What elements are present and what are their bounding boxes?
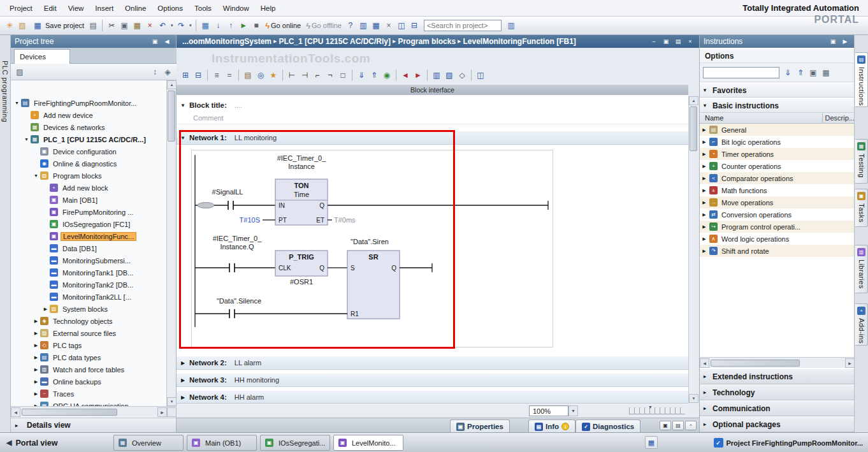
close-window-icon[interactable]: × bbox=[685, 37, 695, 46]
tree-expander-icon[interactable]: ▼ bbox=[13, 101, 20, 105]
paste-icon[interactable]: ▦ bbox=[131, 20, 143, 32]
row-expander-icon[interactable]: ▶ bbox=[700, 152, 709, 157]
scroll-left-icon[interactable]: ◀ bbox=[11, 407, 20, 417]
pt-value[interactable]: T#10S bbox=[240, 216, 260, 224]
network-4-header[interactable]: ▶ Network 4: HH alarm bbox=[177, 390, 688, 404]
absolute-operands-icon[interactable]: ▤ bbox=[242, 69, 254, 82]
block-interface-bar[interactable]: Block interface bbox=[177, 85, 688, 95]
tree-item[interactable]: ▼▨Program blocks bbox=[11, 170, 166, 182]
upload-block-icon[interactable]: ⇑ bbox=[368, 69, 380, 82]
instruction-item[interactable]: ▶∧Word logic operations bbox=[700, 233, 855, 245]
download-to-device-icon[interactable]: ↓ bbox=[212, 20, 224, 32]
float-panel-icon[interactable]: ▣ bbox=[828, 37, 838, 46]
block-call-options-icon[interactable]: ▧ bbox=[443, 69, 456, 82]
side-tab-testing[interactable]: ▦Testing bbox=[855, 139, 868, 184]
tree-item[interactable]: ▬MonitoringTank2 [DB... bbox=[11, 279, 166, 291]
menu-item-options[interactable]: Options bbox=[152, 2, 189, 15]
expand-icon[interactable]: ▶ bbox=[177, 377, 189, 383]
instruction-item[interactable]: ▶⇄Conversion operations bbox=[700, 208, 855, 221]
menu-item-window[interactable]: Window bbox=[217, 2, 255, 15]
show-favorites-icon[interactable]: ▥ bbox=[430, 69, 443, 82]
collapse-panel-icon[interactable]: ◀ bbox=[162, 37, 172, 46]
monitoring-toggle-icon[interactable]: ◉ bbox=[380, 69, 393, 82]
tab-devices[interactable]: Devices bbox=[14, 49, 70, 64]
tree-item[interactable]: ▶▥Watch and force tables bbox=[11, 363, 166, 375]
details-view-bar[interactable]: ▸ Details view bbox=[11, 418, 177, 432]
section-basic-instructions[interactable]: ▾ Basic instructions bbox=[700, 99, 855, 113]
instruction-item[interactable]: ▶↷Shift and rotate bbox=[700, 245, 855, 257]
taskbar-task[interactable]: ▣LevelMonito... bbox=[333, 435, 403, 451]
section-technology[interactable]: ▸Technology bbox=[700, 384, 855, 400]
row-expander-icon[interactable]: ▶ bbox=[700, 188, 709, 193]
instruction-item[interactable]: ▶→Move operations bbox=[700, 196, 855, 208]
network-title[interactable]: HH alarm bbox=[235, 393, 264, 401]
menu-item-insert[interactable]: Insert bbox=[89, 2, 119, 15]
float-panel-icon[interactable]: ▣ bbox=[807, 66, 820, 78]
cross-references-icon[interactable]: × bbox=[382, 20, 395, 32]
row-expander-icon[interactable]: ▶ bbox=[700, 128, 709, 133]
instruction-item[interactable]: ▶◔Timer operations bbox=[700, 148, 855, 160]
stop-cpu-icon[interactable]: ■ bbox=[250, 20, 263, 32]
side-tab-tasks[interactable]: ▣Tasks bbox=[855, 189, 868, 227]
restore-window-icon[interactable]: ▣ bbox=[661, 37, 671, 46]
tree-item[interactable]: ▶◈Technology objects bbox=[11, 315, 166, 327]
taskbar-task[interactable]: ▦Overview bbox=[113, 435, 184, 451]
zoom-slider[interactable] bbox=[629, 407, 685, 414]
tree-item[interactable]: ◉Online & diagnostics bbox=[11, 157, 166, 170]
tree-expander-icon[interactable]: ▶ bbox=[33, 355, 40, 360]
dock-window-icon[interactable]: ▤ bbox=[673, 37, 683, 46]
sort-ascending-icon[interactable]: ⇑ bbox=[794, 66, 807, 78]
insert-empty-box-icon[interactable]: □ bbox=[336, 69, 349, 82]
zoom-select[interactable]: 100% bbox=[529, 405, 568, 416]
open-all-networks-icon[interactable]: ≡ bbox=[210, 69, 223, 82]
ladder-network-1[interactable]: #SignalLL #IEC_Timer_0_ Instance TON Tim… bbox=[191, 150, 553, 347]
device-info-icon[interactable]: ▦ bbox=[370, 20, 382, 32]
tree-item[interactable]: ▦Devices & networks bbox=[11, 121, 166, 133]
scroll-right-icon[interactable]: ▶ bbox=[157, 407, 167, 417]
start-cpu-icon[interactable]: ► bbox=[237, 20, 250, 32]
open-project-icon[interactable]: ▨ bbox=[16, 20, 29, 32]
breadcrumb-program-blocks[interactable]: Program blocks bbox=[398, 37, 456, 46]
go-online-button[interactable]: ϟGo online bbox=[263, 21, 303, 31]
close-branch-icon[interactable]: ¬ bbox=[324, 69, 336, 82]
instructions-horizontal-scrollbar[interactable]: ◀ ▶ bbox=[700, 357, 855, 368]
tree-item[interactable]: ▬MonitoringTank1 [DB... bbox=[11, 266, 166, 279]
show-all-icon[interactable]: ▥ bbox=[505, 20, 517, 32]
instruction-item[interactable]: ▶<Comparator operations bbox=[700, 172, 855, 184]
contact-label[interactable]: #SignalLL bbox=[212, 188, 243, 196]
row-expander-icon[interactable]: ▶ bbox=[700, 212, 709, 217]
collapse-panel-icon[interactable]: ▶ bbox=[840, 37, 850, 46]
tree-expander-icon[interactable]: ▶ bbox=[33, 367, 40, 372]
contact-label[interactable]: "Data".Silence bbox=[217, 297, 261, 305]
project-status[interactable]: ✓ Project FireFightingPumpRoomMonitor... bbox=[714, 433, 864, 452]
download-block-icon[interactable]: ⇓ bbox=[355, 69, 368, 82]
block-title-row[interactable]: ▼ Block title: .... bbox=[177, 99, 688, 112]
row-expander-icon[interactable]: ▶ bbox=[700, 200, 709, 205]
tree-filter-icon[interactable]: ▨ bbox=[13, 66, 26, 78]
upload-from-device-icon[interactable]: ↑ bbox=[224, 20, 237, 32]
contact-label[interactable]: #IEC_Timer_0_ bbox=[213, 235, 263, 242]
insert-coil-icon[interactable]: ⊣ bbox=[298, 69, 311, 82]
split-editor-vertical-icon[interactable]: ◫ bbox=[395, 20, 408, 32]
network-1-header[interactable]: ▼ Network 1: LL monitoring bbox=[177, 131, 688, 145]
collapse-panel-icon[interactable]: ^ bbox=[685, 421, 697, 430]
copy-icon[interactable]: ▣ bbox=[118, 20, 131, 32]
instruction-item[interactable]: ▶▤General bbox=[700, 124, 855, 136]
redo-icon[interactable]: ↷ bbox=[175, 20, 187, 32]
row-expander-icon[interactable]: ▶ bbox=[700, 224, 709, 230]
tree-horizontal-scrollbar[interactable]: ◀ ▶ bbox=[11, 406, 177, 417]
tree-expander-icon[interactable]: ▶ bbox=[33, 379, 40, 384]
delete-icon[interactable]: × bbox=[143, 20, 156, 32]
tree-expander-icon[interactable]: ▶ bbox=[33, 331, 40, 336]
row-expander-icon[interactable]: ▶ bbox=[700, 164, 709, 169]
row-expander-icon[interactable]: ▶ bbox=[700, 249, 709, 254]
tree-expander-icon[interactable]: ▼ bbox=[33, 173, 40, 178]
network-3-header[interactable]: ▶ Network 3: HH monitoring bbox=[177, 373, 688, 387]
scroll-down-icon[interactable]: ▼ bbox=[689, 394, 698, 403]
tree-item[interactable]: +Add new block bbox=[11, 182, 166, 194]
menu-item-online[interactable]: Online bbox=[119, 2, 152, 15]
row-expander-icon[interactable]: ▶ bbox=[700, 140, 709, 145]
new-project-icon[interactable]: ✳ bbox=[3, 20, 16, 32]
osr-operand[interactable]: #OSR1 bbox=[290, 278, 313, 286]
tree-expander-icon[interactable]: ▼ bbox=[23, 137, 30, 142]
